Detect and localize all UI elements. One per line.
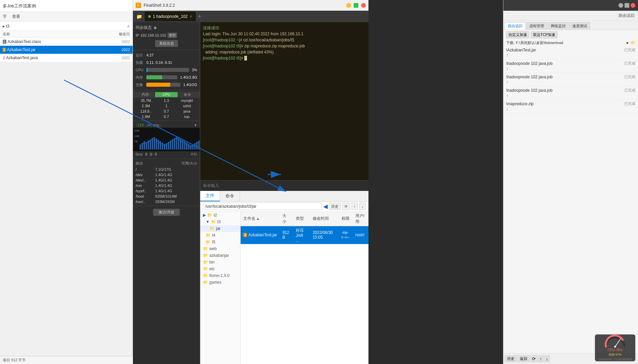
- back-button[interactable]: 返回: [518, 355, 530, 362]
- copy-ip-button[interactable]: 复制: [168, 33, 177, 38]
- right-tabs: 路由追踪 进程管理 网络监控 速度测试: [503, 21, 638, 30]
- nav-char[interactable]: 字: [3, 14, 7, 19]
- activate-button[interactable]: 激活/升级: [153, 209, 180, 216]
- right-tab-route[interactable]: 路由追踪: [505, 22, 526, 30]
- col-type-header[interactable]: 类型: [293, 212, 310, 226]
- download-path-row: 下载: F:\系统默认\桌面\fsdownload ▼ 📁: [503, 40, 638, 46]
- history-button[interactable]: 历史: [329, 203, 341, 210]
- right-tab-network[interactable]: 网络监控: [548, 22, 569, 30]
- nav-view[interactable]: 查看: [12, 14, 20, 19]
- tab-command[interactable]: 命令: [220, 191, 240, 201]
- svg-rect-15: [162, 143, 163, 150]
- class-file-icon: C: [3, 40, 6, 44]
- right-minimize-button[interactable]: [618, 3, 623, 8]
- folder-t5[interactable]: 📁 t5: [200, 239, 240, 245]
- svg-rect-26: [184, 141, 185, 150]
- process-table-header: 内存 CPU 命令: [133, 91, 200, 98]
- folder-t2[interactable]: ▶ 📁 t2: [200, 212, 240, 218]
- col-user-header[interactable]: 用户/用: [353, 212, 368, 226]
- col-modified-header[interactable]: 修改时间: [310, 212, 339, 226]
- tree-expand-icon[interactable]: ▸: [3, 24, 5, 29]
- app-title: FinalShell 3.9.2.2: [144, 3, 344, 8]
- sysinfo-button[interactable]: 系统信息: [155, 40, 178, 47]
- folder-games[interactable]: 📁 games: [200, 279, 240, 286]
- load-value: 0.11, 0.14, 0.31: [146, 60, 172, 65]
- folder-t3[interactable]: ▼ 📁 t3: [200, 218, 240, 225]
- upload-right-button[interactable]: ↑: [538, 355, 544, 362]
- tab-close-icon[interactable]: ×: [189, 14, 192, 19]
- tcp-speed-button[interactable]: 双边TCP加速: [531, 31, 558, 38]
- disk-row-root: / 7.1G/17G: [133, 167, 200, 172]
- load-row: 负载 0.11, 0.14, 0.31: [133, 59, 200, 66]
- col-cpu-header[interactable]: CPU: [155, 92, 177, 97]
- refresh-button[interactable]: ⟳: [342, 203, 350, 210]
- terminal-tab-active[interactable]: 1 hadoopnode_102 ×: [145, 12, 196, 21]
- folder-web[interactable]: 📁 web: [200, 245, 240, 252]
- folder-bin[interactable]: 📁 bin: [200, 259, 240, 266]
- file-path-input[interactable]: [203, 203, 322, 210]
- chart-svg: 20K 14K 7K: [133, 128, 200, 151]
- custom-speed-button[interactable]: 自定义加速: [506, 31, 529, 38]
- network-dropdown-icon[interactable]: ▼: [194, 123, 197, 127]
- remote-file-row-1[interactable]: J AzkabanTest.jar 912 B 好压 JAR ... 2022/…: [241, 226, 368, 244]
- right-close-button[interactable]: [631, 3, 635, 8]
- history-nav-button[interactable]: 历史: [505, 355, 517, 362]
- maximize-button[interactable]: [354, 3, 358, 8]
- col-cmd-header[interactable]: 命令: [178, 92, 197, 97]
- tab-folder-icon[interactable]: 📁: [134, 14, 144, 19]
- folder-jar[interactable]: 📁 jar: [200, 225, 240, 232]
- process-row-2[interactable]: 2.3M 1 sshd: [133, 103, 200, 109]
- close-button[interactable]: [361, 3, 366, 8]
- remote-file-table: 文件名 大小 类型 修改时间 权限 用户/用: [241, 212, 368, 244]
- terminal-line-3: [root@hadoop102 t5]# zip mapreduce.zip m…: [203, 43, 366, 49]
- download-item-5: \mapreduce.zip 已完成 ↓: [503, 100, 638, 113]
- right-tab-speed[interactable]: 速度测试: [569, 22, 590, 30]
- file-tree-item-class[interactable]: C AzkabanTest.class 2022: [0, 38, 133, 46]
- dl-status-4: 已完成: [624, 88, 635, 93]
- disk-header: 路径 可用/大小: [133, 160, 200, 167]
- col-perms-header[interactable]: 权限: [339, 212, 353, 226]
- file-list-area: 文件名 大小 类型 修改时间 权限 用户/用: [241, 212, 368, 364]
- folder-etc[interactable]: 📁 etc: [200, 266, 240, 272]
- folder-flume[interactable]: 📁 flume-1.9.0: [200, 272, 240, 279]
- col-size-header[interactable]: 大小: [280, 212, 293, 226]
- mem-gauge-label: 内存:97%: [609, 353, 622, 357]
- file-date-java: 2022: [122, 56, 130, 60]
- upload-button[interactable]: ↑: [351, 203, 358, 210]
- terminal-output[interactable]: 连接成功 Last login: Thu Jun 30 11:02:40 202…: [200, 22, 368, 180]
- svg-rect-6: [144, 141, 145, 150]
- remote-user-1: root/r: [353, 226, 368, 244]
- minimize-button[interactable]: [346, 3, 351, 8]
- file-tree-item-java[interactable]: J AzkabanTest.java 2022: [0, 54, 133, 62]
- col-filename-header[interactable]: 文件名: [241, 212, 280, 226]
- terminal-line-5: [root@hadoop102 t5]#: [203, 55, 366, 61]
- terminal-tab-bar: 📁 1 hadoopnode_102 × +: [133, 11, 368, 22]
- gauge-labels: CPU:78%: [608, 348, 623, 352]
- dropdown-icon[interactable]: ▼: [626, 41, 629, 45]
- tab-add-button[interactable]: +: [197, 13, 203, 20]
- file-tree: 名称 修改日 C AzkabanTest.class 2022 J Azkaba…: [0, 31, 133, 62]
- folder-t4[interactable]: 📁 t4: [200, 232, 240, 239]
- mem-progress-bar: [146, 75, 177, 79]
- process-row-3[interactable]: 118.8.. 0.7 java: [133, 109, 200, 114]
- process-row-1[interactable]: 35.7M 1.3 mysqld: [133, 98, 200, 103]
- col-mem-header[interactable]: 内存: [136, 92, 155, 97]
- right-tab-process[interactable]: 进程管理: [526, 22, 547, 30]
- proc-mem-1: 35.7M: [136, 98, 156, 103]
- download-button[interactable]: ↓: [359, 203, 366, 210]
- tab-file[interactable]: 文件: [200, 191, 220, 201]
- download-right-button[interactable]: ↓: [544, 355, 550, 362]
- process-row-4[interactable]: 1.9M 0.7 top: [133, 114, 200, 119]
- folder-azkabanjar[interactable]: 📁 azkabanjar: [200, 252, 240, 259]
- file-tree-item-jar[interactable]: J AzkabanTest.jar 2022: [0, 46, 133, 54]
- download-item-3: \hadoopnode 102 java.job 已完成 ↑: [503, 73, 638, 86]
- right-maximize-button[interactable]: [625, 3, 629, 8]
- refresh-right-button[interactable]: ⟳: [530, 355, 537, 362]
- left-panel: 多Job工作流案例 字 查看 ▸ t3 ∧ 名称 修改日 C AzkabanTe…: [0, 0, 133, 364]
- svg-rect-16: [164, 144, 165, 150]
- middle-content: 同步状态 IP 192.168.10.102 复制 系统信息 运行 4:27 负…: [133, 22, 368, 364]
- expand-all-icon[interactable]: ∧: [127, 24, 130, 29]
- sync-label: 同步状态: [136, 25, 152, 31]
- path-arrow-icon: ◀: [323, 203, 327, 210]
- route-trace-button[interactable]: 路由追踪: [616, 12, 637, 19]
